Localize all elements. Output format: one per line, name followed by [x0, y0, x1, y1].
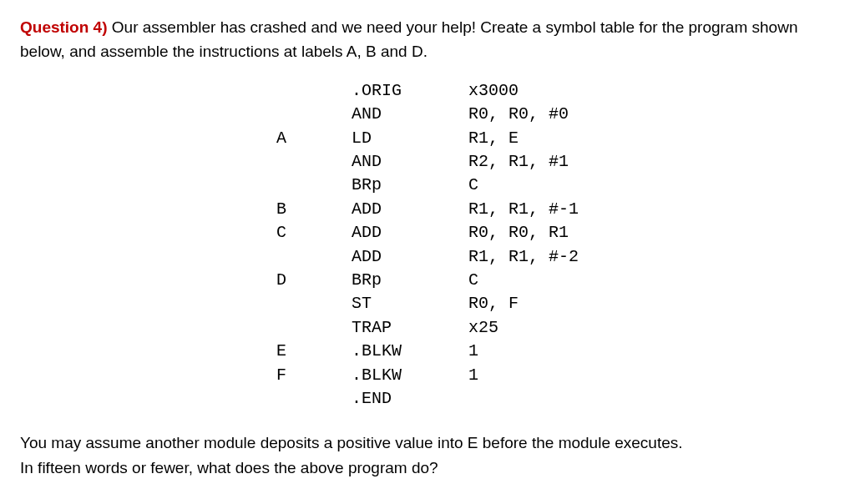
code-op: AND — [352, 103, 468, 126]
code-label — [276, 292, 352, 315]
footer-line-2: In fifteen words or fewer, what does the… — [20, 456, 835, 480]
footer-line-1: You may assume another module deposits a… — [20, 431, 835, 455]
code-line: CADDR0, R0, R1 — [276, 221, 579, 244]
code-line: BADDR1, R1, #-1 — [276, 198, 579, 221]
code-op: .ORIG — [352, 79, 468, 103]
code-op: AND — [352, 150, 468, 174]
code-line: E.BLKW1 — [276, 340, 579, 363]
code-args: 1 — [468, 364, 478, 387]
code-args: C — [468, 269, 478, 292]
question-text: Our assembler has crashed and we need yo… — [20, 18, 797, 60]
code-op: ADD — [352, 245, 468, 269]
code-label — [276, 387, 352, 411]
code-label: A — [276, 127, 352, 150]
code-line: ANDR0, R0, #0 — [276, 103, 579, 126]
code-args: R1, R1, #-2 — [468, 245, 579, 269]
code-op: LD — [352, 127, 468, 150]
code-line: STR0, F — [276, 292, 579, 315]
question-number: Question 4) — [20, 18, 108, 36]
code-label: B — [276, 198, 352, 221]
code-op: .BLKW — [352, 364, 468, 387]
code-label — [276, 79, 352, 103]
code-op: BRp — [352, 269, 468, 292]
code-op: .BLKW — [352, 340, 468, 363]
code-line: ALDR1, E — [276, 127, 579, 150]
assembly-listing: .ORIGx3000 ANDR0, R0, #0 ALDR1, E ANDR2,… — [276, 79, 579, 411]
code-args: R1, R1, #-1 — [468, 198, 579, 221]
code-label — [276, 174, 352, 197]
code-args: x25 — [468, 316, 498, 340]
code-label: C — [276, 221, 352, 244]
code-line: TRAPx25 — [276, 316, 579, 340]
code-op: .END — [352, 387, 468, 411]
code-label: D — [276, 269, 352, 292]
code-label: E — [276, 340, 352, 363]
code-op: BRp — [352, 174, 468, 197]
code-line: F.BLKW1 — [276, 364, 579, 387]
code-op: ADD — [352, 221, 468, 244]
code-line: ADDR1, R1, #-2 — [276, 245, 579, 269]
code-args: R0, R0, R1 — [468, 221, 569, 244]
code-args: R1, E — [468, 127, 519, 150]
code-args: C — [468, 174, 478, 197]
code-label: F — [276, 364, 352, 387]
code-args: R0, F — [468, 292, 519, 315]
question-intro: Question 4) Our assembler has crashed an… — [20, 15, 835, 64]
code-op: ADD — [352, 198, 468, 221]
footer-text: You may assume another module deposits a… — [20, 431, 835, 480]
code-args: 1 — [468, 340, 478, 363]
code-op: ST — [352, 292, 468, 315]
code-line: .END — [276, 387, 579, 411]
code-label — [276, 245, 352, 269]
code-op: TRAP — [352, 316, 468, 340]
code-line: .ORIGx3000 — [276, 79, 579, 103]
code-line: DBRpC — [276, 269, 579, 292]
code-args: x3000 — [468, 79, 519, 103]
code-label — [276, 316, 352, 340]
code-args: R2, R1, #1 — [468, 150, 569, 174]
code-label — [276, 150, 352, 174]
code-label — [276, 103, 352, 126]
code-args: R0, R0, #0 — [468, 103, 569, 126]
code-line: ANDR2, R1, #1 — [276, 150, 579, 174]
code-line: BRpC — [276, 174, 579, 197]
